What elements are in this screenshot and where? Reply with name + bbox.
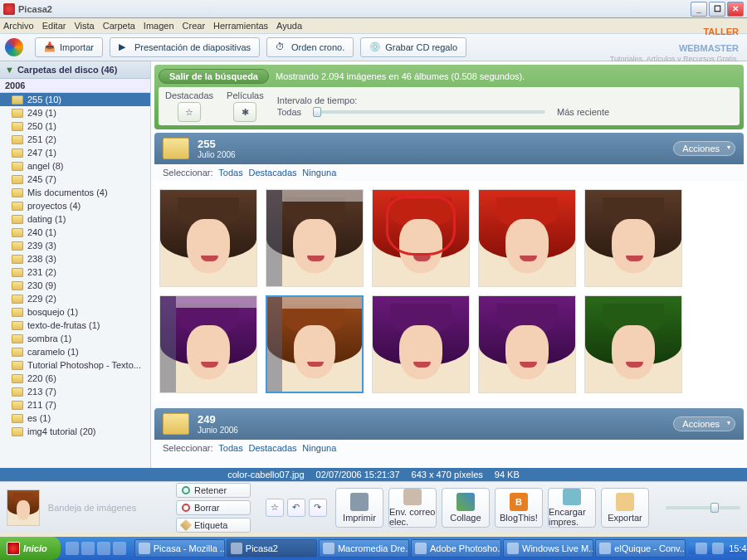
sidebar-folder-item[interactable]: 238 (3)	[0, 252, 150, 265]
sidebar-folder-item[interactable]: Tutorial Photoshop - Texto...	[0, 358, 150, 372]
select-featured-link[interactable]: Destacadas	[248, 443, 296, 453]
menu-archivo[interactable]: Archivo	[3, 21, 34, 31]
folder-list[interactable]: 255 (10)249 (1)250 (1)251 (2)247 (1)ange…	[0, 93, 150, 468]
menu-crear[interactable]: Crear	[183, 21, 206, 31]
close-button[interactable]: ✕	[727, 2, 744, 17]
sidebar-folder-item[interactable]: img4 tutorial (20)	[0, 425, 150, 438]
sidebar-folder-item[interactable]: 220 (6)	[0, 372, 150, 385]
folder-icon	[12, 149, 23, 158]
featured-filter-button[interactable]: ☆	[178, 102, 201, 122]
image-thumbnail[interactable]	[372, 189, 470, 287]
clear-button[interactable]: Borrar	[176, 500, 251, 515]
zoom-slider[interactable]	[666, 506, 740, 509]
image-thumbnail[interactable]	[584, 189, 682, 287]
image-thumbnail[interactable]	[159, 189, 257, 287]
taskbar-task[interactable]: Macromedia Dre...	[319, 539, 409, 558]
menu-carpeta[interactable]: Carpeta	[103, 21, 135, 31]
album-actions-dropdown[interactable]: Acciones	[673, 141, 735, 156]
menu-editar[interactable]: Editar	[42, 21, 66, 31]
time-slider[interactable]	[313, 110, 545, 114]
sidebar-folder-item[interactable]: dating (1)	[0, 212, 150, 226]
sidebar-folder-item[interactable]: es (1)	[0, 411, 150, 425]
sidebar-year[interactable]: 2006	[0, 79, 150, 93]
image-thumbnail[interactable]	[266, 189, 364, 287]
sidebar-folder-item[interactable]: 247 (1)	[0, 146, 150, 159]
select-all-link[interactable]: Todas	[218, 168, 242, 178]
sidebar-folder-item[interactable]: 231 (2)	[0, 265, 150, 279]
collage-button[interactable]: Collage	[442, 488, 490, 528]
menu-vista[interactable]: Vista	[74, 21, 94, 31]
slideshow-button[interactable]: ▶Presentación de diapositivas	[110, 37, 260, 57]
ql-icon[interactable]	[113, 542, 126, 555]
album-actions-dropdown[interactable]: Acciones	[673, 416, 735, 431]
sidebar-folder-item[interactable]: 229 (2)	[0, 292, 150, 305]
sidebar-folder-item[interactable]: 245 (7)	[0, 173, 150, 186]
taskbar-task[interactable]: elQuique - Conv...	[595, 539, 686, 558]
sidebar-folder-item[interactable]: sombra (1)	[0, 332, 150, 345]
ql-icon[interactable]	[81, 542, 95, 555]
select-none-link[interactable]: Ninguna	[302, 168, 336, 178]
select-featured-link[interactable]: Destacadas	[248, 168, 296, 178]
sidebar-folder-item[interactable]: bosquejo (1)	[0, 305, 150, 319]
select-all-link[interactable]: Todas	[218, 443, 242, 453]
sidebar-folder-item[interactable]: 213 (7)	[0, 385, 150, 398]
movies-filter-button[interactable]: ✱	[233, 102, 256, 122]
image-thumbnail[interactable]	[584, 295, 682, 393]
image-thumbnail[interactable]	[159, 295, 257, 393]
sidebar-folder-item[interactable]: 239 (3)	[0, 239, 150, 252]
image-thumbnail[interactable]	[478, 189, 576, 287]
import-button[interactable]: 📥Importar	[35, 37, 103, 57]
email-button[interactable]: Env. correo elec.	[388, 488, 437, 528]
maximize-button[interactable]: ☐	[709, 2, 725, 17]
sidebar-folder-item[interactable]: 255 (10)	[0, 93, 150, 106]
select-none-link[interactable]: Ninguna	[302, 443, 336, 453]
exit-search-button[interactable]: Salir de la búsqueda	[159, 69, 269, 84]
tray-thumbnail[interactable]	[7, 489, 40, 526]
export-button[interactable]: Exportar	[601, 488, 649, 528]
sidebar-folder-item[interactable]: caramelo (1)	[0, 345, 150, 358]
sidebar-folder-item[interactable]: 240 (1)	[0, 226, 150, 239]
sidebar-folder-item[interactable]: texto-de-frutas (1)	[0, 319, 150, 332]
label-button[interactable]: Etiqueta	[176, 518, 251, 533]
timeline-button[interactable]: ⏱Orden crono.	[266, 37, 354, 57]
zoom-handle[interactable]	[710, 503, 719, 513]
minimize-button[interactable]: _	[691, 2, 707, 17]
sidebar-folder-item[interactable]: proyectos (4)	[0, 199, 150, 212]
tray-icon[interactable]	[696, 543, 707, 554]
menu-imagen[interactable]: Imagen	[144, 21, 174, 31]
sidebar-folder-item[interactable]: 211 (7)	[0, 398, 150, 411]
sidebar-folder-item[interactable]: Mis documentos (4)	[0, 186, 150, 199]
sidebar-folder-item[interactable]: 251 (2)	[0, 133, 150, 146]
sidebar-folder-item[interactable]: angel (8)	[0, 159, 150, 173]
hold-button[interactable]: Retener	[176, 483, 251, 498]
image-thumbnail[interactable]	[372, 295, 470, 393]
ql-icon[interactable]	[97, 542, 110, 555]
folder-name: 245 (7)	[27, 174, 56, 184]
tray-icon[interactable]	[712, 543, 724, 554]
select-row: Seleccionar: Todas Destacadas Ninguna	[151, 440, 747, 456]
print-button[interactable]: Imprimir	[335, 488, 383, 528]
start-button[interactable]: Inicio	[0, 537, 61, 560]
image-thumbnail[interactable]	[266, 295, 364, 393]
gift-cd-button[interactable]: 💿Grabar CD regalo	[360, 37, 466, 57]
sidebar-folder-item[interactable]: 249 (1)	[0, 106, 150, 119]
menu-ayuda[interactable]: Ayuda	[276, 21, 302, 31]
sidebar-header[interactable]: ▼Carpetas del disco (46)	[0, 61, 150, 79]
sidebar-folder-item[interactable]: 230 (9)	[0, 279, 150, 292]
taskbar-task[interactable]: Windows Live M...	[503, 539, 593, 558]
menu-herramientas[interactable]: Herramientas	[213, 21, 268, 31]
rotate-left-button[interactable]: ↶	[287, 499, 305, 517]
taskbar-task[interactable]: Picasa2	[227, 539, 317, 558]
taskbar-task[interactable]: Adobe Photosho...	[411, 539, 501, 558]
blog-button[interactable]: BBlogThis!	[495, 488, 543, 528]
order-button[interactable]: Encargar impres.	[548, 488, 596, 528]
rotate-right-button[interactable]: ↷	[309, 499, 327, 517]
windows-icon	[7, 542, 20, 555]
ql-icon[interactable]	[66, 542, 79, 555]
printer-icon	[350, 493, 369, 511]
star-button[interactable]: ☆	[266, 499, 284, 517]
slider-handle[interactable]	[313, 107, 321, 117]
taskbar-task[interactable]: Picasa - Mozilla ...	[134, 539, 225, 558]
image-thumbnail[interactable]	[478, 295, 576, 393]
sidebar-folder-item[interactable]: 250 (1)	[0, 119, 150, 133]
